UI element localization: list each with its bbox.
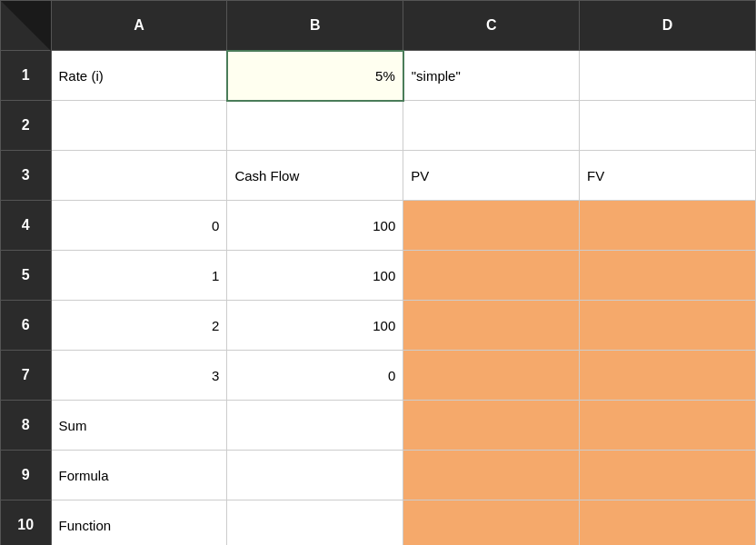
cell-5-D[interactable] — [580, 251, 756, 301]
cell-7-C[interactable] — [403, 351, 580, 401]
cell-5-A[interactable]: 1 — [51, 251, 227, 301]
col-header-d[interactable]: D — [580, 1, 756, 51]
cell-7-D[interactable] — [580, 351, 756, 401]
cell-4-A[interactable]: 0 — [51, 201, 227, 251]
cell-5-B[interactable]: 100 — [227, 251, 403, 301]
cell-2-A[interactable] — [51, 101, 227, 151]
cell-10-A[interactable]: Function — [51, 500, 227, 546]
table-row: 62100 — [1, 301, 756, 351]
cell-6-A[interactable]: 2 — [51, 301, 227, 351]
row-header-1[interactable]: 1 — [1, 51, 52, 101]
row-header-3[interactable]: 3 — [1, 151, 52, 201]
cell-2-D[interactable] — [580, 101, 756, 151]
cell-1-D[interactable] — [580, 51, 756, 101]
cell-8-C[interactable] — [403, 401, 580, 451]
table-row: 3Cash FlowPVFV — [1, 151, 756, 201]
table-row: 40100 — [1, 201, 756, 251]
table-row: 51100 — [1, 251, 756, 301]
cell-4-B[interactable]: 100 — [227, 201, 403, 251]
row-header-9[interactable]: 9 — [1, 451, 52, 500]
col-header-c[interactable]: C — [403, 1, 580, 51]
table-row: 9Formula — [1, 451, 756, 500]
cell-2-B[interactable] — [227, 101, 403, 151]
cell-9-D[interactable] — [580, 451, 756, 500]
row-header-4[interactable]: 4 — [1, 201, 52, 251]
cell-7-A[interactable]: 3 — [51, 351, 227, 401]
cell-5-C[interactable] — [403, 251, 580, 301]
cell-10-D[interactable] — [580, 500, 756, 546]
cell-2-C[interactable] — [403, 101, 580, 151]
cell-1-A[interactable]: Rate (i) — [51, 51, 227, 101]
table-row: 730 — [1, 351, 756, 401]
table-row: 8Sum — [1, 401, 756, 451]
row-header-6[interactable]: 6 — [1, 301, 52, 351]
cell-6-C[interactable] — [403, 301, 580, 351]
row-header-10[interactable]: 10 — [1, 500, 52, 546]
cell-8-D[interactable] — [580, 401, 756, 451]
corner-cell — [1, 1, 52, 51]
table-row: 10Function — [1, 500, 756, 546]
cell-4-D[interactable] — [580, 201, 756, 251]
row-header-7[interactable]: 7 — [1, 351, 52, 401]
cell-4-C[interactable] — [403, 201, 580, 251]
row-header-2[interactable]: 2 — [1, 101, 52, 151]
cell-7-B[interactable]: 0 — [227, 351, 403, 401]
row-header-8[interactable]: 8 — [1, 401, 52, 451]
cell-1-B[interactable]: 5% — [227, 51, 403, 101]
table-row: 1Rate (i)5%"simple" — [1, 51, 756, 101]
cell-3-A[interactable] — [51, 151, 227, 201]
cell-10-C[interactable] — [403, 500, 580, 546]
cell-9-A[interactable]: Formula — [51, 451, 227, 500]
spreadsheet: A B C D 1Rate (i)5%"simple"23Cash FlowPV… — [0, 0, 756, 545]
col-header-b[interactable]: B — [227, 1, 403, 51]
cell-8-A[interactable]: Sum — [51, 401, 227, 451]
cell-6-B[interactable]: 100 — [227, 301, 403, 351]
cell-3-C[interactable]: PV — [403, 151, 580, 201]
cell-3-D[interactable]: FV — [580, 151, 756, 201]
cell-1-C[interactable]: "simple" — [403, 51, 580, 101]
cell-8-B[interactable] — [227, 401, 403, 451]
cell-9-B[interactable] — [227, 451, 403, 500]
cell-9-C[interactable] — [403, 451, 580, 500]
table-row: 2 — [1, 101, 756, 151]
cell-3-B[interactable]: Cash Flow — [227, 151, 403, 201]
col-header-a[interactable]: A — [51, 1, 227, 51]
row-header-5[interactable]: 5 — [1, 251, 52, 301]
cell-6-D[interactable] — [580, 301, 756, 351]
cell-10-B[interactable] — [227, 500, 403, 546]
